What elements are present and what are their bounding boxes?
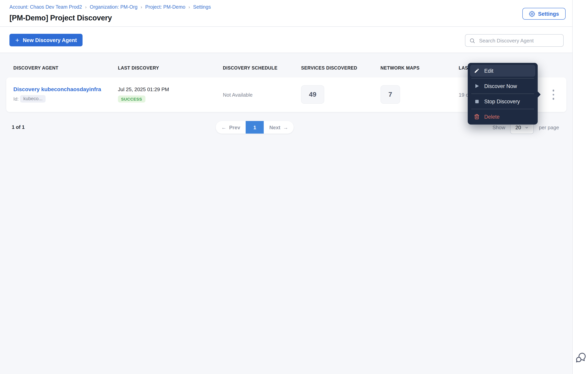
breadcrumb-organization-link[interactable]: Organization: PM-Org	[90, 4, 137, 10]
project-discovery-page: Account: Chaos Dev Team Prod2 › Organiza…	[0, 0, 588, 374]
page-title: [PM-Demo] Project Discovery	[10, 14, 112, 22]
settings-button[interactable]: Settings	[522, 8, 566, 20]
menu-divider	[471, 109, 534, 109]
agent-id: Id: kubeco...	[13, 95, 46, 103]
pagination-pill: ← Prev 1 Next →	[216, 121, 294, 134]
new-discovery-agent-button[interactable]: + New Discovery Agent	[10, 34, 83, 46]
breadcrumb-project-link[interactable]: Project: PM-Demo	[145, 4, 185, 10]
column-header-services-discovered: SERVICES DISCOVERED	[301, 66, 357, 70]
search-input[interactable]	[478, 37, 559, 44]
chat-support-icon[interactable]	[575, 352, 587, 364]
prev-label: Prev	[229, 124, 240, 130]
row-actions-kebab-icon[interactable]	[549, 88, 558, 101]
breadcrumb-settings-link[interactable]: Settings	[193, 4, 211, 10]
next-label: Next	[269, 124, 280, 130]
arrow-right-icon: →	[283, 124, 288, 130]
arrow-left-icon: ←	[221, 124, 226, 130]
plus-icon: +	[15, 37, 19, 43]
search-icon	[469, 38, 475, 43]
chevron-right-icon: ›	[85, 5, 86, 10]
last-discovery-time: Jul 25, 2025 01:29 PM	[118, 86, 169, 92]
settings-button-label: Settings	[538, 11, 559, 17]
current-page-button[interactable]: 1	[246, 121, 264, 134]
kebab-dot	[553, 98, 554, 100]
prev-page-button[interactable]: ← Prev	[216, 121, 246, 134]
breadcrumb-account-link[interactable]: Account: Chaos Dev Team Prod2	[10, 4, 82, 10]
discovery-agent-link[interactable]: Discovery kubeconchaosdayinfra	[13, 86, 101, 92]
stop-icon	[474, 98, 480, 104]
context-menu-item-delete[interactable]: Delete	[470, 111, 535, 123]
column-header-network-maps: NETWORK MAPS	[380, 66, 420, 70]
chevron-right-icon: ›	[141, 5, 142, 10]
per-page-label: per page	[539, 125, 559, 130]
chevron-right-icon: ›	[189, 5, 190, 10]
discovery-schedule-value: Not Available	[223, 92, 252, 98]
breadcrumb: Account: Chaos Dev Team Prod2 › Organiza…	[10, 4, 211, 10]
page-header: Account: Chaos Dev Team Prod2 › Organiza…	[0, 0, 572, 27]
chevron-down-icon	[525, 125, 528, 129]
pagination-range-summary: 1 of 1	[12, 125, 25, 130]
delete-label: Delete	[484, 114, 500, 120]
gear-icon	[529, 10, 535, 17]
column-header-last-discovery: LAST DISCOVERY	[118, 66, 159, 70]
show-label: Show	[493, 125, 505, 130]
right-gutter	[572, 0, 588, 374]
discover-now-label: Discover Now	[484, 83, 517, 89]
play-icon	[474, 83, 480, 89]
kebab-dot	[553, 90, 554, 92]
page-size-value: 20	[515, 125, 521, 130]
menu-divider	[471, 94, 534, 94]
agent-id-value: kubeco...	[20, 95, 46, 103]
network-maps-count[interactable]: 7	[380, 85, 400, 104]
new-discovery-agent-label: New Discovery Agent	[23, 37, 77, 43]
agent-id-label: Id:	[13, 96, 19, 102]
status-badge: SUCCESS	[118, 95, 145, 103]
kebab-dot	[553, 94, 554, 96]
trash-icon	[474, 114, 480, 120]
context-menu-item-edit[interactable]: Edit	[470, 65, 535, 77]
context-menu-item-discover-now[interactable]: Discover Now	[470, 80, 535, 92]
column-header-discovery-schedule: DISCOVERY SCHEDULE	[223, 66, 277, 70]
row-actions-context-menu: Edit Discover Now Stop Discovery Delete	[468, 63, 538, 125]
menu-divider	[471, 78, 534, 79]
pencil-icon	[474, 68, 480, 74]
stop-discovery-label: Stop Discovery	[484, 98, 520, 104]
services-discovered-count[interactable]: 49	[301, 85, 324, 104]
next-page-button[interactable]: Next →	[264, 121, 294, 134]
context-menu-item-stop-discovery[interactable]: Stop Discovery	[470, 95, 535, 107]
search-box	[465, 34, 564, 47]
toolbar: + New Discovery Agent	[0, 27, 572, 53]
edit-label: Edit	[484, 68, 494, 74]
column-header-discovery-agent: DISCOVERY AGENT	[13, 66, 58, 70]
